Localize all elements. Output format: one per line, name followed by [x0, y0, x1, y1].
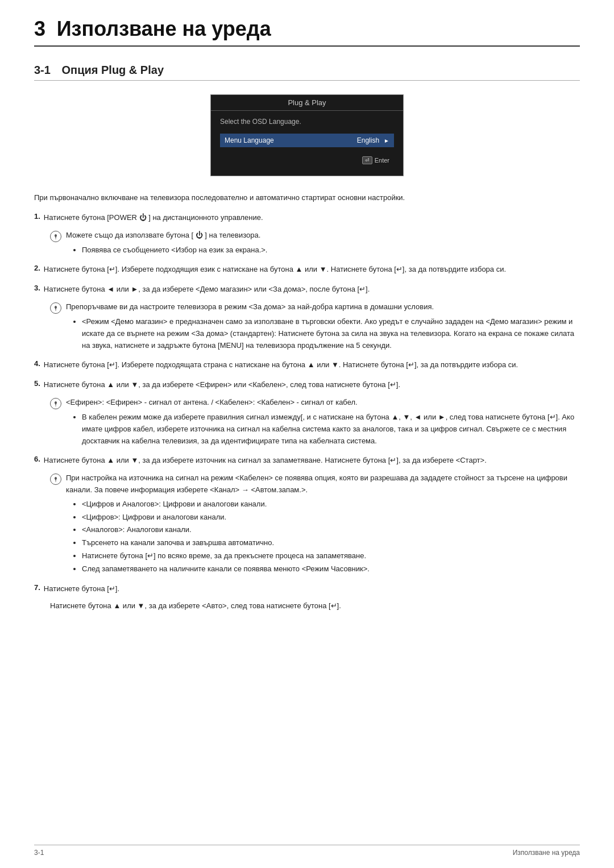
note-icon-1 — [50, 231, 61, 242]
note-bullet-1-1: Появява се съобщението <Избор на език за… — [66, 244, 580, 256]
note-text-3-0: Препоръчваме ви да настроите телевизора … — [66, 301, 434, 313]
note-row-6-0: При настройка на източника на сигнал на … — [50, 472, 580, 496]
step-num-1: 1. — [34, 212, 40, 221]
note-bullet-6-4: Търсенето на канали започва и завършва а… — [66, 537, 580, 549]
note-row-5-0: <Ефирен>: <Ефирен> - сигнал от антена. /… — [50, 397, 580, 409]
step-num-5: 5. — [34, 379, 40, 388]
footer-right: Използване на уреда — [513, 849, 580, 857]
step-5: 5.Натиснете бутона ▲ или ▼, за да избере… — [34, 379, 580, 447]
step-7: 7.Натиснете бутона [↵].Натиснете бутона … — [34, 583, 580, 613]
step-4: 4.Натиснете бутона [↵]. Изберете подходя… — [34, 359, 580, 371]
step-row-6: 6.Натиснете бутона ▲ или ▼, за да избере… — [34, 455, 580, 467]
osd-dialog-container: Plug & Play Select the OSD Language. Men… — [34, 94, 580, 176]
osd-arrow-icon: ► — [384, 138, 389, 144]
step-text-6: Натиснете бутона ▲ или ▼, за да изберете… — [44, 455, 487, 467]
note-row-3-0: Препоръчваме ви да настроите телевизора … — [50, 301, 580, 314]
step-row-7: 7.Натиснете бутона [↵]. — [34, 583, 580, 595]
note-text-6-0: При настройка на източника на сигнал на … — [66, 472, 580, 496]
step-2: 2.Натиснете бутона [↵]. Изберете подходя… — [34, 264, 580, 276]
note-block-3: Препоръчваме ви да настроите телевизора … — [50, 301, 580, 351]
note-bullet-6-6: След запаметяването на наличните канали … — [66, 563, 580, 575]
note-block-1: Можете също да използвате бутона [ ⏻ ] н… — [50, 230, 580, 256]
svg-rect-3 — [56, 481, 56, 483]
note-bullet-6-2: <Цифров>: Цифрови и аналогови канали. — [66, 512, 580, 524]
note-bullet-6-5: Натиснете бутона [↵] по всяко време, за … — [66, 550, 580, 562]
svg-rect-2 — [56, 405, 56, 406]
section-number: 3-1 — [34, 64, 51, 76]
note-icon-6 — [50, 474, 61, 485]
step-num-3: 3. — [34, 284, 40, 292]
osd-language-value: English — [357, 136, 379, 144]
section-title: Опция Plug & Play — [62, 64, 164, 76]
osd-dialog: Plug & Play Select the OSD Language. Men… — [210, 94, 404, 176]
osd-menu-language-label: Menu Language — [225, 136, 357, 144]
note-bullet-item: <Цифров>: Цифрови и аналогови канали. — [82, 512, 580, 524]
section-header: 3-1 Опция Plug & Play — [34, 64, 580, 81]
step-subtext-7: Натиснете бутона ▲ или ▼, за да изберете… — [50, 600, 580, 612]
svg-rect-0 — [56, 238, 56, 239]
note-block-5: <Ефирен>: <Ефирен> - сигнал от антена. /… — [50, 397, 580, 447]
note-bullet-item: Появява се съобщението <Избор на език за… — [82, 244, 580, 256]
steps-container: 1.Натиснете бутона [POWER ⏻ ] на дистанц… — [34, 212, 580, 612]
step-1: 1.Натиснете бутона [POWER ⏻ ] на дистанц… — [34, 212, 580, 256]
step-num-7: 7. — [34, 583, 40, 592]
step-text-4: Натиснете бутона [↵]. Изберете подходяща… — [44, 359, 518, 371]
step-row-5: 5.Натиснете бутона ▲ или ▼, за да избере… — [34, 379, 580, 391]
step-num-6: 6. — [34, 455, 40, 463]
step-text-3: Натиснете бутона ◄ или ►, за да изберете… — [44, 284, 370, 296]
osd-select-label: Select the OSD Language. — [220, 118, 394, 126]
note-bullet-6-1: <Цифров и Аналогов>: Цифрови и аналогови… — [66, 499, 580, 510]
note-text-5-0: <Ефирен>: <Ефирен> - сигнал от антена. /… — [66, 397, 358, 409]
note-icon-3 — [50, 302, 61, 314]
note-bullet-3-1: <Режим <Демо магазин> е предназначен сам… — [66, 316, 580, 351]
footer-left: 3-1 — [34, 849, 44, 857]
note-bullet-item: Натиснете бутона [↵] по всяко време, за … — [82, 550, 580, 562]
note-bullet-6-3: <Аналогов>: Аналогови канали. — [66, 524, 580, 536]
note-bullet-5-1: В кабелен режим може да изберете правилн… — [66, 412, 580, 447]
step-row-1: 1.Натиснете бутона [POWER ⏻ ] на дистанц… — [34, 212, 580, 224]
osd-title: Plug & Play — [211, 95, 403, 111]
step-text-1: Натиснете бутона [POWER ⏻ ] на дистанцио… — [44, 212, 263, 224]
step-text-2: Натиснете бутона [↵]. Изберете подходящи… — [44, 264, 506, 276]
step-num-2: 2. — [34, 264, 40, 272]
osd-language-row: Menu Language English ► — [220, 134, 394, 147]
enter-icon: ⏎ — [362, 156, 372, 164]
osd-footer: ⏎ Enter — [220, 154, 394, 169]
note-bullet-item: <Режим <Демо магазин> е предназначен сам… — [82, 316, 580, 351]
step-row-3: 3.Натиснете бутона ◄ или ►, за да избере… — [34, 284, 580, 296]
intro-text: При първоначално включване на телевизора… — [34, 192, 580, 204]
note-text-1-0: Можете също да използвате бутона [ ⏻ ] н… — [66, 230, 260, 242]
step-text-7: Натиснете бутона [↵]. — [44, 583, 119, 595]
note-bullet-item: В кабелен режим може да изберете правилн… — [82, 412, 580, 447]
page-footer: 3-1 Използване на уреда — [34, 845, 580, 857]
chapter-number: 3 — [34, 17, 45, 40]
step-6: 6.Натиснете бутона ▲ или ▼, за да избере… — [34, 455, 580, 575]
step-num-4: 4. — [34, 359, 40, 368]
enter-label: Enter — [375, 157, 389, 164]
svg-rect-1 — [56, 310, 56, 311]
note-block-6: При настройка на източника на сигнал на … — [50, 472, 580, 575]
step-row-2: 2.Натиснете бутона [↵]. Изберете подходя… — [34, 264, 580, 276]
step-row-4: 4.Натиснете бутона [↵]. Изберете подходя… — [34, 359, 580, 371]
note-bullet-item: След запаметяването на наличните канали … — [82, 563, 580, 575]
note-row-1-0: Можете също да използвате бутона [ ⏻ ] н… — [50, 230, 580, 242]
note-bullet-item: Търсенето на канали започва и завършва а… — [82, 537, 580, 549]
chapter-title: Използване на уреда — [57, 17, 271, 40]
step-3: 3.Натиснете бутона ◄ или ►, за да избере… — [34, 284, 580, 351]
note-icon-5 — [50, 398, 61, 409]
note-bullet-item: <Аналогов>: Аналогови канали. — [82, 524, 580, 536]
step-text-5: Натиснете бутона ▲ или ▼, за да изберете… — [44, 379, 400, 391]
chapter-header: 3 Използване на уреда — [34, 17, 580, 47]
note-bullet-item: <Цифров и Аналогов>: Цифрови и аналогови… — [82, 499, 580, 510]
